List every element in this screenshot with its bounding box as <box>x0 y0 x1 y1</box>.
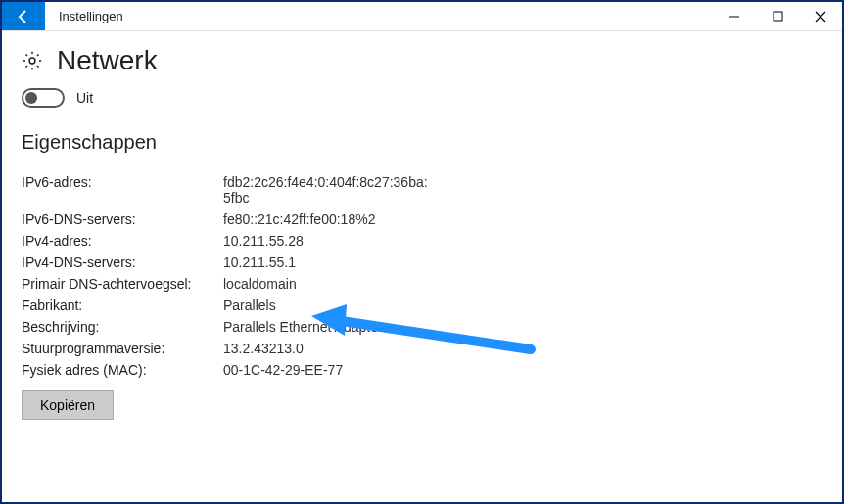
page-title: Netwerk <box>57 45 158 76</box>
back-arrow-icon <box>16 9 31 24</box>
prop-value: 13.2.43213.0 <box>223 341 304 356</box>
properties-heading: Eigenschappen <box>22 131 822 154</box>
prop-row-description: Beschrijving: Parallels Ethernet Adapter <box>22 316 822 338</box>
copy-button[interactable]: Kopiëren <box>22 390 114 420</box>
window-title: Instellingen <box>45 2 137 30</box>
svg-point-4 <box>29 58 35 64</box>
prop-value: 10.211.55.1 <box>223 254 296 270</box>
properties-list: IPv6-adres: fdb2:2c26:f4e4:0:404f:8c27:3… <box>22 171 822 381</box>
maximize-button[interactable] <box>756 2 799 30</box>
prop-label: Fabrikant: <box>22 298 223 313</box>
close-button[interactable] <box>799 2 842 30</box>
prop-value: fe80::21c:42ff:fe00:18%2 <box>223 211 375 227</box>
prop-label: IPv4-DNS-servers: <box>22 254 223 270</box>
prop-label: Primair DNS-achtervoegsel: <box>22 276 223 292</box>
metered-toggle[interactable] <box>22 88 65 108</box>
prop-value: Parallels <box>223 298 276 313</box>
toggle-knob-icon <box>25 92 37 104</box>
maximize-icon <box>773 11 783 22</box>
prop-label: IPv6-DNS-servers: <box>22 211 223 227</box>
prop-row-ipv4dns: IPv4-DNS-servers: 10.211.55.1 <box>22 252 822 273</box>
back-button[interactable] <box>2 2 45 30</box>
prop-label: Fysiek adres (MAC): <box>22 362 223 378</box>
prop-value: 00-1C-42-29-EE-77 <box>223 362 343 378</box>
content-area: Netwerk Instellen als verbinding met dat… <box>2 31 842 502</box>
prop-row-mac: Fysiek adres (MAC): 00-1C-42-29-EE-77 <box>22 359 822 381</box>
page-header: Netwerk <box>22 45 822 76</box>
titlebar: Instellingen <box>2 2 842 31</box>
close-icon <box>815 11 826 23</box>
prop-row-manufacturer: Fabrikant: Parallels <box>22 295 822 316</box>
prop-value: 10.211.55.28 <box>223 233 304 249</box>
minimize-icon <box>728 11 740 23</box>
prop-label: IPv6-adres: <box>22 174 223 190</box>
prop-row-ipv4: IPv4-adres: 10.211.55.28 <box>22 230 822 252</box>
prop-value: fdb2:2c26:f4e4:0:404f:8c27:36ba:5fbc <box>223 174 429 206</box>
prop-label: IPv4-adres: <box>22 233 223 249</box>
gear-icon <box>22 50 43 71</box>
prop-value: localdomain <box>223 276 297 292</box>
svg-rect-1 <box>774 12 782 21</box>
prop-value: Parallels Ethernet Adapter <box>223 319 383 335</box>
prop-label: Beschrijving: <box>22 319 223 335</box>
metered-toggle-label: Uit <box>76 90 93 106</box>
prop-row-dnssuffix: Primair DNS-achtervoegsel: localdomain <box>22 273 822 295</box>
settings-window: Instellingen Netwerk Instellen als verbi… <box>0 0 844 504</box>
minimize-button[interactable] <box>713 2 756 30</box>
prop-label: Stuurprogrammaversie: <box>22 341 223 356</box>
prop-row-driverversion: Stuurprogrammaversie: 13.2.43213.0 <box>22 338 822 359</box>
prop-row-ipv6dns: IPv6-DNS-servers: fe80::21c:42ff:fe00:18… <box>22 208 822 230</box>
metered-toggle-row: Uit <box>22 88 822 108</box>
prop-row-ipv6: IPv6-adres: fdb2:2c26:f4e4:0:404f:8c27:3… <box>22 171 822 208</box>
